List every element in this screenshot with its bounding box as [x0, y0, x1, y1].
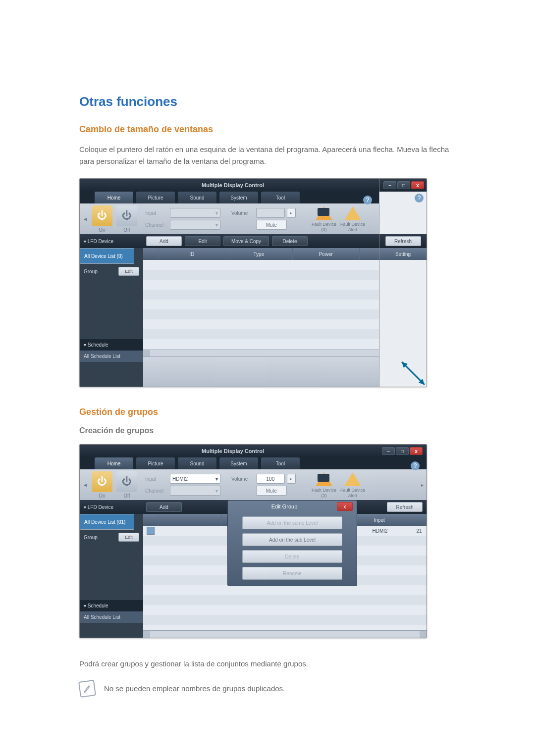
add-button[interactable]: Add [146, 502, 182, 512]
volume-label: Volume [231, 210, 254, 216]
toolbar: ◄ ⏻On ⏻Off Input▾ Channel▾ Volume▸ Mute … [80, 203, 427, 234]
dialog-rename-button[interactable]: Rename [242, 567, 342, 580]
col-input[interactable]: Input [348, 514, 412, 526]
fault-alert-label: Fault Device [340, 488, 365, 493]
power-off-button[interactable]: ⏻ [116, 471, 137, 492]
window-titlebar: Multiple Display Control – □ x [80, 445, 427, 457]
edit-group-dialog: Edit Group x Add on the same Level Add o… [227, 500, 357, 586]
fault-alert-sub: Alert [348, 493, 358, 499]
lfd-device-section[interactable]: ▾ LFD Device [84, 504, 143, 510]
volume-up-button[interactable]: ▸ [287, 208, 296, 218]
fault-device-count: (0) [321, 227, 326, 233]
screenshot-groups: Multiple Display Control – □ x ? Home Pi… [79, 444, 427, 638]
window-close-button[interactable]: x [411, 181, 424, 189]
group-edit-button[interactable]: Edit [118, 267, 139, 276]
all-schedule-list[interactable]: All Schedule List [80, 611, 143, 623]
window-close-button[interactable]: x [410, 447, 423, 455]
section-groups-heading: Gestión de grupos [79, 407, 456, 417]
input-select[interactable]: HDMI2▾ [170, 474, 220, 484]
scroll-right-icon[interactable]: ▸ [421, 482, 424, 488]
col-type[interactable]: Type [225, 248, 292, 260]
fault-device-label: Fault Device [312, 222, 336, 227]
row-id: 21 [412, 528, 427, 534]
fault-alert-icon[interactable] [343, 205, 362, 222]
refresh-button[interactable]: Refresh [385, 236, 421, 246]
scroll-left-icon[interactable]: ◄ [83, 482, 88, 488]
left-nav: All Device List (01) GroupEdit ▾ Schedul… [80, 514, 143, 638]
window-title: Multiple Display Control [84, 182, 382, 188]
input-select[interactable]: ▾ [170, 208, 220, 218]
dialog-close-button[interactable]: x [337, 502, 353, 511]
tab-system[interactable]: System [219, 457, 258, 469]
move-copy-button[interactable]: Move & Copy [223, 236, 269, 246]
help-icon[interactable]: ? [415, 194, 424, 202]
mute-button[interactable]: Mute [256, 486, 287, 496]
help-icon[interactable]: ? [363, 196, 372, 204]
power-off-label: Off [123, 227, 130, 233]
edit-button[interactable]: Edit [185, 236, 220, 246]
tab-tool[interactable]: Tool [261, 192, 300, 203]
window-max-button[interactable]: □ [396, 447, 409, 455]
col-id[interactable]: ID [159, 248, 225, 260]
power-on-label: On [99, 493, 105, 499]
fault-device-icon[interactable] [315, 205, 333, 222]
volume-up-button[interactable]: ▸ [287, 474, 296, 484]
col-power[interactable]: Power [293, 248, 360, 260]
window-titlebar: Multiple Display Control – □ x [80, 179, 427, 192]
tab-picture[interactable]: Picture [136, 192, 175, 203]
channel-label: Channel [145, 488, 168, 494]
tab-home[interactable]: Home [95, 457, 133, 469]
note-icon [78, 680, 96, 698]
group-row[interactable]: GroupEdit [80, 264, 143, 279]
channel-select[interactable]: ▾ [170, 486, 220, 496]
group-row[interactable]: GroupEdit [80, 530, 143, 545]
all-device-list[interactable]: All Device List (0) [80, 248, 134, 264]
action-bar: ▾ LFD Device Add Edit Move & Copy Delete… [80, 234, 427, 248]
power-off-button[interactable]: ⏻ [116, 205, 137, 226]
schedule-section[interactable]: ▾ Schedule [80, 600, 143, 611]
input-label: Input [145, 210, 168, 216]
main-tabs: Home Picture Sound System Tool [80, 457, 427, 469]
groups-description: Podrá crear grupos y gestionar la lista … [79, 658, 456, 670]
tab-home[interactable]: Home [95, 192, 133, 203]
power-on-button[interactable]: ⏻ [92, 471, 112, 492]
add-same-level-button[interactable]: Add on the same Level [242, 516, 342, 529]
window-max-button[interactable]: □ [397, 181, 410, 189]
tab-sound[interactable]: Sound [178, 457, 216, 469]
tab-sound[interactable]: Sound [178, 192, 216, 203]
window-min-button[interactable]: – [382, 447, 395, 455]
schedule-section[interactable]: ▾ Schedule [80, 339, 143, 351]
power-on-button[interactable]: ⏻ [92, 205, 112, 226]
left-nav: All Device List (0) GroupEdit ▾ Schedule… [80, 248, 143, 387]
tab-picture[interactable]: Picture [136, 457, 175, 469]
scroll-left-icon[interactable]: ◄ [83, 216, 88, 222]
row-checkbox[interactable] [147, 527, 155, 535]
dialog-delete-button[interactable]: Delete [242, 550, 342, 563]
h-scrollbar[interactable] [143, 630, 427, 638]
group-edit-button[interactable]: Edit [118, 533, 139, 542]
window-title: Multiple Display Control [84, 448, 382, 454]
fault-alert-icon[interactable] [343, 471, 362, 488]
lfd-device-section[interactable]: ▾ LFD Device [84, 239, 143, 244]
dialog-title: Edit Group [232, 504, 337, 509]
mute-button[interactable]: Mute [256, 220, 287, 230]
tab-system[interactable]: System [219, 192, 258, 203]
volume-value[interactable] [256, 208, 285, 218]
tab-tool[interactable]: Tool [261, 457, 300, 469]
channel-select[interactable]: ▾ [170, 220, 220, 230]
secondary-window: – □ x ? Refresh Setting [379, 179, 427, 387]
fault-device-label: Fault Device [312, 488, 336, 493]
volume-value[interactable]: 100 [256, 474, 285, 484]
all-device-list[interactable]: All Device List (01) [80, 514, 134, 530]
help-icon[interactable]: ? [411, 461, 420, 470]
screenshot-resize: Multiple Display Control – □ x ? Home Pi… [79, 178, 427, 387]
add-button[interactable]: Add [146, 236, 182, 246]
refresh-button[interactable]: Refresh [387, 502, 423, 512]
window-min-button[interactable]: – [383, 181, 396, 189]
all-schedule-list[interactable]: All Schedule List [80, 351, 143, 362]
main-tabs: Home Picture Sound System Tool [80, 192, 427, 203]
delete-button[interactable]: Delete [272, 236, 308, 246]
add-sub-level-button[interactable]: Add on the sub Level [242, 533, 342, 546]
col-setting[interactable]: Setting [379, 248, 427, 260]
fault-device-icon[interactable] [315, 471, 333, 488]
